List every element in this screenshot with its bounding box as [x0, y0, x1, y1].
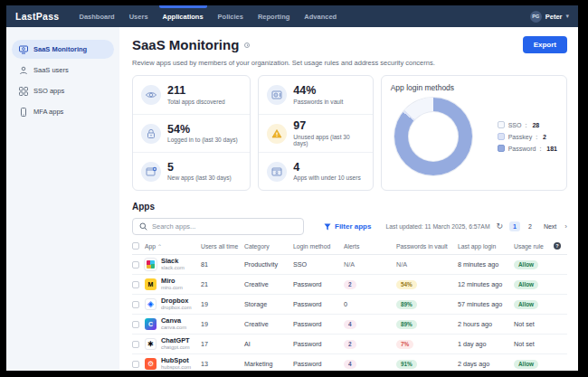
- sidebar: SaaS Monitoring SaaS users SSO apps MFA …: [6, 27, 119, 371]
- col-login-method[interactable]: Login method: [293, 243, 344, 250]
- vault-badge: 91%: [396, 360, 417, 369]
- stat-label: Total apps discovered: [167, 99, 225, 105]
- sidebar-item-sso-apps[interactable]: SSO apps: [12, 81, 114, 100]
- legend-item-sso[interactable]: SSO: 28: [498, 121, 557, 128]
- nav-item-users[interactable]: Users: [122, 5, 156, 27]
- info-icon[interactable]: [244, 42, 250, 48]
- search-input[interactable]: [152, 222, 297, 231]
- row-checkbox[interactable]: [132, 301, 139, 308]
- search-box[interactable]: [132, 218, 304, 235]
- vault-badge: 89%: [396, 320, 417, 329]
- stat-value: 5: [167, 162, 232, 174]
- filter-apps-button[interactable]: Filter apps: [324, 222, 371, 231]
- row-checkbox[interactable]: [132, 321, 139, 328]
- next-page-button[interactable]: Next: [540, 221, 560, 231]
- stat-value: 97: [293, 120, 364, 133]
- legend-value: 28: [532, 122, 539, 128]
- stats-card-right: 44% Passwords in vault 97 Unused apps (l…: [258, 75, 373, 191]
- chevron-right-icon[interactable]: ›: [564, 222, 567, 231]
- stat-label: Passwords in vault: [293, 99, 343, 105]
- stat-value: 54%: [167, 124, 238, 137]
- sidebar-item-mfa-apps[interactable]: MFA apps: [12, 102, 114, 121]
- col-passwords-in-vault[interactable]: Passwords in vault: [396, 243, 458, 250]
- vault-badge: 7%: [396, 340, 413, 349]
- sidebar-item-saas-users[interactable]: SaaS users: [12, 61, 114, 80]
- table-row-hubspot[interactable]: ⚙ HubSpothubspot.com 13 Marketing Passwo…: [132, 354, 567, 371]
- sort-asc-icon: ⌃: [157, 243, 162, 250]
- col-usage-rule[interactable]: Usage rule: [514, 243, 554, 250]
- stat-new-apps: 5 New apps (last 30 days): [133, 152, 250, 190]
- main-content: SaaS Monitoring Export Review apps used …: [119, 27, 578, 371]
- filter-label: Filter apps: [335, 222, 371, 231]
- col-users-all-time[interactable]: Users all time: [201, 243, 244, 250]
- passkey-swatch: [498, 133, 505, 140]
- password-swatch: [498, 145, 505, 152]
- table-row-dropbox[interactable]: ◈ Dropboxdropbox.com 19 Storage Password…: [132, 295, 567, 315]
- usage-rule-badge: Allow: [514, 300, 538, 309]
- stat-label: Apps with under 10 users: [293, 174, 360, 181]
- nav-item-dashboard[interactable]: Dashboard: [72, 5, 122, 27]
- sidebar-item-saas-monitoring[interactable]: SaaS Monitoring: [12, 40, 114, 59]
- search-icon: [139, 222, 147, 231]
- stat-logged-in: 54% Logged in to (last 30 days): [133, 114, 250, 152]
- lastpass-logo: LastPass: [15, 11, 60, 22]
- legend-item-password[interactable]: Password: 181: [498, 145, 557, 152]
- pagination: 1 2 Next ›: [509, 221, 567, 231]
- col-app[interactable]: App⌃: [145, 243, 201, 250]
- legend-label: SSO: [508, 122, 522, 128]
- export-button[interactable]: Export: [523, 36, 567, 53]
- app-users-icon: [267, 162, 287, 182]
- select-all-checkbox[interactable]: [132, 242, 139, 250]
- row-checkbox[interactable]: [132, 261, 139, 269]
- chatgpt-app-icon: ∗: [145, 338, 156, 350]
- nav-item-policies[interactable]: Policies: [211, 5, 251, 27]
- avatar: PG: [530, 11, 542, 23]
- monitor-search-icon: [19, 45, 28, 54]
- table-controls: Filter apps Last updated: 11 March 2025,…: [132, 218, 567, 235]
- top-nav: LastPass Dashboard Users Applications Po…: [6, 5, 578, 27]
- row-checkbox[interactable]: [132, 341, 139, 348]
- page-2-button[interactable]: 2: [525, 221, 536, 231]
- help-icon[interactable]: ?: [554, 242, 561, 250]
- table-row-miro[interactable]: M Miromiro.com 21 Creative Password 2 54…: [132, 275, 567, 295]
- alerts-badge: 2: [344, 340, 356, 349]
- stat-apps-under-10-users: 4 Apps with under 10 users: [259, 152, 372, 190]
- usage-rule-text: Not set: [514, 320, 554, 328]
- user-menu[interactable]: PG Peter ▾: [530, 11, 569, 23]
- table-row-chatgpt[interactable]: ∗ ChatGPTchatgpt.com 17 AI Password 2 7%…: [132, 335, 567, 354]
- stat-label: New apps (last 30 days): [167, 174, 232, 181]
- stats-row: 211 Total apps discovered 54% Logged in …: [132, 75, 567, 191]
- refresh-icon[interactable]: ↻: [497, 222, 504, 231]
- sidebar-item-label: SSO apps: [33, 87, 64, 95]
- stat-value: 4: [293, 162, 360, 174]
- chart-title: App login methods: [391, 83, 557, 92]
- vault-badge: 89%: [396, 300, 417, 309]
- table-row-canva[interactable]: C Canvacanva.com 19 Creative Password 4 …: [132, 315, 567, 335]
- row-checkbox[interactable]: [132, 281, 139, 288]
- usage-rule-badge: Allow: [514, 260, 538, 269]
- chevron-down-icon: ▾: [565, 13, 569, 20]
- col-alerts[interactable]: Alerts: [344, 243, 396, 250]
- alerts-badge: 4: [344, 320, 356, 329]
- nav-item-reporting[interactable]: Reporting: [251, 5, 297, 27]
- mobile-icon: [19, 108, 28, 117]
- page-subtitle: Review apps used by members of your orga…: [132, 59, 567, 67]
- nav-items: Dashboard Users Applications Policies Re…: [72, 5, 345, 27]
- new-app-icon: [141, 162, 161, 182]
- row-checkbox[interactable]: [132, 361, 139, 368]
- legend-value: 2: [543, 134, 546, 140]
- table-row-slack[interactable]: Slackslack.com 81 Productivity SSO N/A N…: [132, 255, 567, 275]
- sidebar-item-label: MFA apps: [33, 108, 63, 116]
- grid-icon: [19, 87, 28, 96]
- alerts-badge: 4: [344, 360, 356, 369]
- canva-app-icon: C: [145, 318, 156, 330]
- app-login-methods-donut: [394, 98, 472, 175]
- user-name: Peter: [545, 13, 563, 21]
- col-last-app-login[interactable]: Last app login: [458, 243, 514, 250]
- col-category[interactable]: Category: [244, 243, 293, 250]
- legend-label: Passkey: [508, 134, 532, 140]
- nav-item-applications[interactable]: Applications: [156, 5, 211, 27]
- nav-item-advanced[interactable]: Advanced: [297, 5, 344, 27]
- page-1-button[interactable]: 1: [509, 221, 520, 231]
- legend-item-passkey[interactable]: Passkey: 2: [498, 133, 557, 140]
